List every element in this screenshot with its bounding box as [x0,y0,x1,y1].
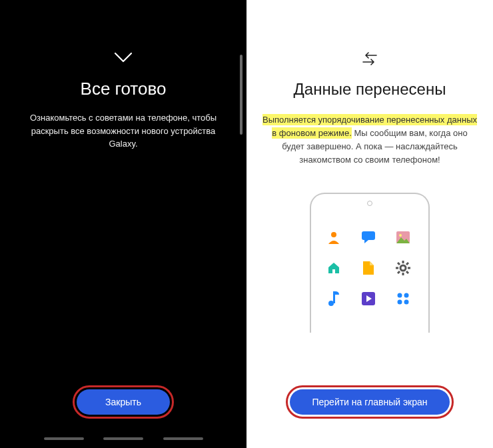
phone-illustration [310,193,430,333]
navigation-bar [0,437,246,440]
nav-recent[interactable] [44,437,84,440]
home-button-highlight: Перейти на главный экран [286,385,454,419]
svg-line-11 [398,271,400,273]
svg-point-0 [331,232,336,237]
svg-point-16 [398,293,402,297]
video-icon [360,291,376,307]
nav-back[interactable] [163,437,203,440]
scrollbar[interactable] [240,55,243,135]
page-title: Все готово [81,79,167,99]
apps-icon [395,291,411,307]
page-title: Данные перенесены [294,80,446,99]
svg-rect-14 [333,291,335,303]
chat-icon [360,229,376,245]
file-icon [360,260,376,276]
page-subtitle: Ознакомьтесь с советами на телефоне, что… [0,111,246,151]
app-icons-grid [326,229,414,309]
nav-home[interactable] [103,437,143,440]
svg-point-3 [399,234,402,237]
chevron-down-icon [114,52,133,67]
music-icon [326,291,342,307]
setup-complete-screen: Все готово Ознакомьтесь с советами на те… [0,0,246,448]
svg-line-9 [398,263,400,265]
data-transferred-screen: Данные перенесены Выполняется упорядочив… [246,0,493,448]
close-button[interactable]: Закрыть [77,389,170,415]
gallery-icon [395,229,411,245]
svg-point-17 [404,293,409,297]
contact-icon [326,229,342,245]
svg-point-19 [404,299,409,304]
close-button-highlight: Закрыть [73,385,174,419]
svg-point-4 [400,265,406,271]
svg-point-13 [328,301,334,306]
page-body: Выполняется упорядочивание перенесенных … [246,113,493,167]
home-icon [326,260,342,276]
transfer-icon [362,52,378,65]
phone-camera-icon [367,201,372,206]
svg-point-18 [398,299,402,304]
svg-line-12 [406,263,408,265]
svg-rect-1 [362,231,375,240]
settings-icon [395,260,411,276]
go-home-button[interactable]: Перейти на главный экран [290,389,450,415]
svg-line-10 [406,271,408,273]
